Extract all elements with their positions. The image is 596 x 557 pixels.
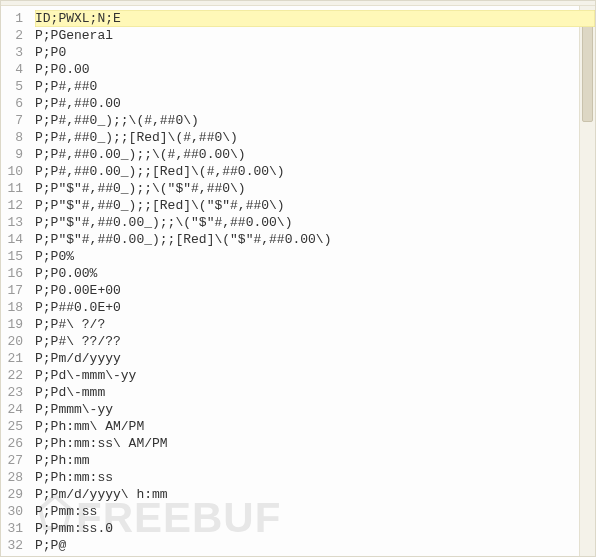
code-line[interactable]: P;P#\ ?/? xyxy=(35,316,595,333)
code-text: P;P"$"#,##0.00_);;[Red]\("$"#,##0.00\) xyxy=(35,232,331,247)
line-number: 8 xyxy=(7,129,23,146)
code-line[interactable]: P;P#,##0 xyxy=(35,78,595,95)
line-number: 11 xyxy=(7,180,23,197)
code-text: P;P"$"#,##0.00_);;\("$"#,##0.00\) xyxy=(35,215,292,230)
code-content[interactable]: ID;PWXL;N;EP;PGeneralP;P0P;P0.00P;P#,##0… xyxy=(29,6,595,557)
code-line[interactable]: P;Pmmm\-yy xyxy=(35,401,595,418)
line-number-gutter: 1234567891011121314151617181920212223242… xyxy=(1,6,29,557)
code-text: P;P0% xyxy=(35,249,74,264)
code-line[interactable]: P;P0.00 xyxy=(35,61,595,78)
code-line[interactable]: P;Pm/d/yyyy\ h:mm xyxy=(35,486,595,503)
code-line[interactable]: P;P"$"#,##0.00_);;[Red]\("$"#,##0.00\) xyxy=(35,231,595,248)
code-text: ID;PWXL;N;E xyxy=(35,11,121,26)
line-number: 5 xyxy=(7,78,23,95)
code-line[interactable]: P;Pmm:ss xyxy=(35,503,595,520)
code-line[interactable]: P;P0.00E+00 xyxy=(35,282,595,299)
line-number: 30 xyxy=(7,503,23,520)
code-text: P;P"$"#,##0_);;\("$"#,##0\) xyxy=(35,181,246,196)
line-number: 4 xyxy=(7,61,23,78)
line-number: 14 xyxy=(7,231,23,248)
line-number: 7 xyxy=(7,112,23,129)
code-line[interactable]: P;P#\ ??/?? xyxy=(35,333,595,350)
code-line[interactable]: P;Pm/d/yyyy xyxy=(35,350,595,367)
line-number: 16 xyxy=(7,265,23,282)
code-text: P;P#\ ??/?? xyxy=(35,334,121,349)
code-line[interactable]: P;P"$"#,##0_);;[Red]\("$"#,##0\) xyxy=(35,197,595,214)
code-line[interactable]: P;P"$"#,##0.00_);;\("$"#,##0.00\) xyxy=(35,214,595,231)
code-text: P;PGeneral xyxy=(35,28,113,43)
line-number: 28 xyxy=(7,469,23,486)
line-number: 23 xyxy=(7,384,23,401)
line-number: 20 xyxy=(7,333,23,350)
code-text: P;P#,##0_);;\(#,##0\) xyxy=(35,113,199,128)
code-line[interactable]: P;P@ xyxy=(35,537,595,554)
code-text: P;P#,##0.00_);;\(#,##0.00\) xyxy=(35,147,246,162)
code-text: P;P#,##0 xyxy=(35,79,97,94)
code-text: P;P0 xyxy=(35,45,66,60)
code-text: P;P##0.0E+0 xyxy=(35,300,121,315)
code-line[interactable]: P;P"$"#,##0_);;\("$"#,##0\) xyxy=(35,180,595,197)
code-line[interactable]: P;PGeneral xyxy=(35,27,595,44)
code-line[interactable]: P;P#,##0_);;\(#,##0\) xyxy=(35,112,595,129)
line-number: 3 xyxy=(7,44,23,61)
line-number: 21 xyxy=(7,350,23,367)
code-text: P;Pm/d/yyyy\ h:mm xyxy=(35,487,168,502)
code-line[interactable]: P;Pmm:ss.0 xyxy=(35,520,595,537)
line-number: 12 xyxy=(7,197,23,214)
code-line[interactable]: P;Ph:mm\ AM/PM xyxy=(35,418,595,435)
code-line[interactable]: P;Pd\-mmm xyxy=(35,384,595,401)
code-line[interactable]: P;Ph:mm:ss xyxy=(35,469,595,486)
code-text: P;Pm/d/yyyy xyxy=(35,351,121,366)
code-text: P;P#,##0_);;[Red]\(#,##0\) xyxy=(35,130,238,145)
line-number: 2 xyxy=(7,27,23,44)
line-number: 9 xyxy=(7,146,23,163)
code-text: P;Pmmm\-yy xyxy=(35,402,113,417)
line-number: 6 xyxy=(7,95,23,112)
code-text: P;Pmm:ss.0 xyxy=(35,521,113,536)
line-number: 31 xyxy=(7,520,23,537)
code-text: P;P0.00 xyxy=(35,62,90,77)
code-text: P;P0.00% xyxy=(35,266,97,281)
code-line[interactable]: P;P#,##0.00 xyxy=(35,95,595,112)
code-line[interactable]: ID;PWXL;N;E xyxy=(35,10,595,27)
line-number: 1 xyxy=(7,10,23,27)
line-number: 25 xyxy=(7,418,23,435)
code-line[interactable]: P;P#,##0.00_);;\(#,##0.00\) xyxy=(35,146,595,163)
line-number: 26 xyxy=(7,435,23,452)
code-text: P;Pd\-mmm xyxy=(35,385,105,400)
line-number: 27 xyxy=(7,452,23,469)
line-number: 17 xyxy=(7,282,23,299)
line-number: 13 xyxy=(7,214,23,231)
code-line[interactable]: P;Ph:mm xyxy=(35,452,595,469)
code-text: P;P"$"#,##0_);;[Red]\("$"#,##0\) xyxy=(35,198,285,213)
line-number: 22 xyxy=(7,367,23,384)
code-text: P;Ph:mm:ss\ AM/PM xyxy=(35,436,168,451)
code-editor: 1234567891011121314151617181920212223242… xyxy=(1,6,595,557)
code-text: P;P#,##0.00_);;[Red]\(#,##0.00\) xyxy=(35,164,285,179)
line-number: 15 xyxy=(7,248,23,265)
code-text: P;P@ xyxy=(35,538,66,553)
code-line[interactable]: P;P#,##0.00_);;[Red]\(#,##0.00\) xyxy=(35,163,595,180)
line-number: 29 xyxy=(7,486,23,503)
code-text: P;Pd\-mmm\-yy xyxy=(35,368,136,383)
code-text: P;P#\ ?/? xyxy=(35,317,105,332)
line-number: 18 xyxy=(7,299,23,316)
code-line[interactable]: P;P0 xyxy=(35,44,595,61)
line-number: 10 xyxy=(7,163,23,180)
code-text: P;P#,##0.00 xyxy=(35,96,121,111)
code-line[interactable]: P;Ph:mm:ss\ AM/PM xyxy=(35,435,595,452)
code-text: P;Ph:mm xyxy=(35,453,90,468)
line-number: 24 xyxy=(7,401,23,418)
code-text: P;Ph:mm\ AM/PM xyxy=(35,419,144,434)
code-text: P;Pmm:ss xyxy=(35,504,97,519)
code-line[interactable]: P;P##0.0E+0 xyxy=(35,299,595,316)
code-line[interactable]: P;P0.00% xyxy=(35,265,595,282)
code-text: P;Ph:mm:ss xyxy=(35,470,113,485)
code-text: P;P0.00E+00 xyxy=(35,283,121,298)
line-number: 19 xyxy=(7,316,23,333)
line-number: 32 xyxy=(7,537,23,554)
code-line[interactable]: P;P0% xyxy=(35,248,595,265)
code-line[interactable]: P;P#,##0_);;[Red]\(#,##0\) xyxy=(35,129,595,146)
code-line[interactable]: P;Pd\-mmm\-yy xyxy=(35,367,595,384)
